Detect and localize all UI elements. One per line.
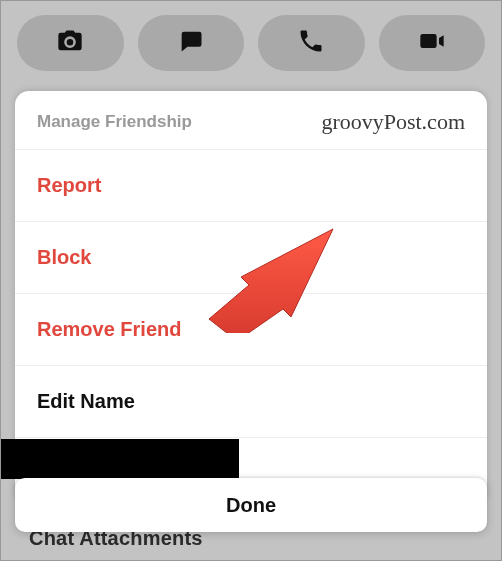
menu-item-label: Remove Friend — [37, 318, 181, 340]
done-button[interactable]: Done — [15, 478, 487, 532]
menu-item-label: Block — [37, 246, 91, 268]
watermark-text: groovyPost.com — [321, 109, 465, 135]
menu-item-report[interactable]: Report — [15, 149, 487, 221]
video-button[interactable] — [379, 15, 486, 71]
chat-icon — [177, 27, 205, 59]
sheet-title: Manage Friendship — [37, 112, 192, 132]
phone-button[interactable] — [258, 15, 365, 71]
chat-action-toolbar — [1, 1, 501, 89]
camera-icon — [56, 27, 84, 59]
redaction-block — [1, 439, 239, 479]
menu-item-edit-name[interactable]: Edit Name — [15, 365, 487, 437]
chat-button[interactable] — [138, 15, 245, 71]
menu-item-label: Report — [37, 174, 101, 196]
menu-item-remove-friend[interactable]: Remove Friend — [15, 293, 487, 365]
menu-item-label: Edit Name — [37, 390, 135, 412]
done-label: Done — [226, 494, 276, 517]
menu-item-block[interactable]: Block — [15, 221, 487, 293]
camera-button[interactable] — [17, 15, 124, 71]
video-icon — [418, 27, 446, 59]
phone-icon — [297, 27, 325, 59]
sheet-header: Manage Friendship groovyPost.com — [15, 91, 487, 149]
manage-friendship-sheet: Manage Friendship groovyPost.com Report … — [15, 91, 487, 497]
